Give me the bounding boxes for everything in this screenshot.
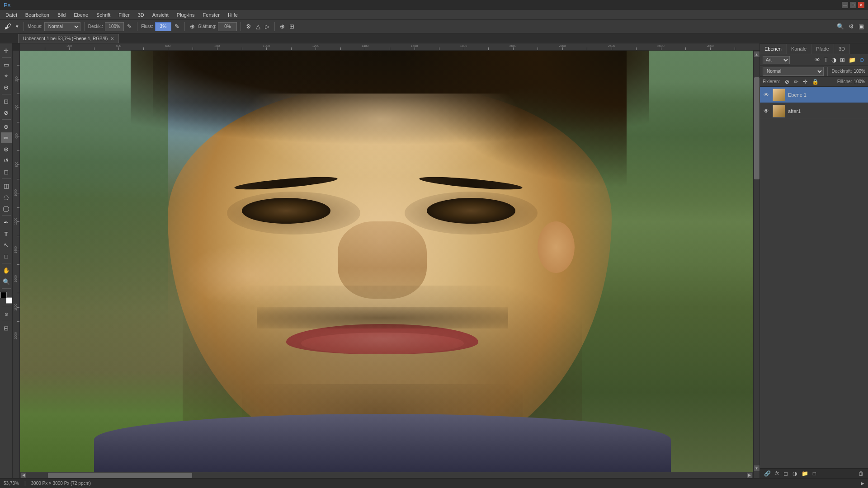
- blur-btn[interactable]: ◌: [1, 192, 12, 202]
- hand-btn[interactable]: ✋: [1, 265, 12, 276]
- lock-pixels-btn[interactable]: ✏: [793, 78, 800, 85]
- crop-btn[interactable]: ⊡: [1, 96, 12, 107]
- tool-preset-btn[interactable]: 🖌: [3, 22, 13, 32]
- angle-btn[interactable]: △: [255, 22, 262, 31]
- layer-thumbnail: [773, 89, 785, 101]
- layer-adjust-filter-btn[interactable]: ◑: [830, 56, 837, 64]
- flow-input[interactable]: [155, 22, 171, 31]
- rectangular-select-btn[interactable]: ▭: [1, 59, 12, 70]
- settings-btn[interactable]: ⚙: [245, 22, 253, 31]
- smoothing-input[interactable]: [218, 22, 237, 31]
- healing-btn[interactable]: ⊕: [1, 121, 12, 132]
- text-btn[interactable]: T: [1, 228, 12, 239]
- status-separator: |: [24, 481, 26, 486]
- menu-bearbeiten[interactable]: Bearbeiten: [22, 10, 53, 20]
- layer-visibility-filter-btn[interactable]: 👁: [814, 56, 821, 64]
- lock-transparent-btn[interactable]: ⊘: [783, 78, 791, 85]
- opacity-jitter-btn[interactable]: ✎: [126, 22, 133, 31]
- panel-toggle-btn[interactable]: ▣: [857, 22, 865, 31]
- menu-filter[interactable]: Filter: [115, 10, 133, 20]
- lasso-btn[interactable]: ⌖: [1, 70, 12, 81]
- vertical-scrollbar[interactable]: ▲ ▼: [753, 51, 760, 472]
- layer-color-filter-btn[interactable]: ⊙: [859, 56, 865, 64]
- layer-name: Ebene 1: [788, 92, 865, 98]
- background-color[interactable]: [6, 297, 12, 304]
- zoom-btn[interactable]: 🔍: [1, 276, 12, 287]
- symmetry-btn[interactable]: ⊕: [278, 22, 286, 31]
- gradient-btn[interactable]: ◫: [1, 180, 12, 191]
- menu-ebene[interactable]: Ebene: [70, 10, 92, 20]
- minimize-button[interactable]: —: [842, 2, 848, 8]
- menu-schrift[interactable]: Schrift: [93, 10, 114, 20]
- flow-jitter-btn[interactable]: ✎: [173, 22, 181, 31]
- delete-layer-btn[interactable]: 🗑: [857, 470, 865, 477]
- menu-bild[interactable]: Bild: [54, 10, 69, 20]
- add-mask-btn[interactable]: ◻: [782, 470, 789, 477]
- layer-group-filter-btn[interactable]: 📁: [848, 56, 857, 64]
- tab-close-btn[interactable]: ✕: [110, 36, 114, 41]
- path-select-btn[interactable]: ↖: [1, 239, 12, 250]
- shape-btn[interactable]: □: [1, 251, 12, 262]
- blend-mode-dropdown[interactable]: Normal: [763, 67, 824, 76]
- workspace-btn[interactable]: ⚙: [847, 22, 855, 31]
- link-layers-btn[interactable]: 🔗: [763, 470, 772, 477]
- canvas-area[interactable]: ▲ ▼ ◀ ▶: [20, 51, 760, 478]
- layer-item[interactable]: 👁 after1: [760, 103, 868, 119]
- move-tool-btn[interactable]: ✛: [1, 45, 12, 56]
- layer-visibility-toggle[interactable]: 👁: [763, 91, 770, 99]
- new-layer-btn[interactable]: □: [811, 470, 817, 477]
- add-adjustment-btn[interactable]: ◑: [791, 470, 798, 477]
- history-brush-btn[interactable]: ↺: [1, 155, 12, 166]
- document-tab[interactable]: Unbenannt-1 bei 53,7% (Ebene 1, RGB/8) ✕: [18, 34, 119, 43]
- tab-bar: Unbenannt-1 bei 53,7% (Ebene 1, RGB/8) ✕: [0, 33, 868, 43]
- lock-all-btn[interactable]: 🔒: [811, 78, 820, 85]
- tool-sep8: [2, 307, 11, 307]
- tool-sep7: [2, 288, 11, 289]
- opacity-value: 100%: [854, 69, 865, 74]
- window-controls[interactable]: — □ ✕: [842, 2, 864, 8]
- airbrush-btn[interactable]: ⊕: [189, 22, 196, 31]
- pressure-btn[interactable]: ▷: [264, 22, 271, 31]
- menu-plugins[interactable]: Plug-ins: [173, 10, 198, 20]
- document-info: 3000 Px × 3000 Px (72 ppcm): [31, 481, 91, 486]
- layer-kind-dropdown[interactable]: Art: [763, 56, 790, 64]
- layer-type-filter-btn[interactable]: T: [823, 56, 829, 64]
- maximize-button[interactable]: □: [850, 2, 856, 8]
- brush-picker-btn[interactable]: ▾: [14, 23, 20, 30]
- opacity-input[interactable]: [105, 22, 124, 31]
- layer-visibility-toggle[interactable]: 👁: [763, 108, 770, 115]
- clone-stamp-btn[interactable]: ⊗: [1, 144, 12, 155]
- lock-position-btn[interactable]: ✛: [802, 78, 809, 85]
- horizontal-scrollbar[interactable]: ◀ ▶: [20, 472, 753, 478]
- brush-btn[interactable]: ✏: [1, 132, 12, 143]
- panel-tab-3d[interactable]: 3D: [834, 44, 850, 54]
- color-picker[interactable]: [0, 292, 12, 304]
- panel-tab-ebenen[interactable]: Ebenen: [760, 44, 787, 54]
- new-group-btn[interactable]: 📁: [800, 470, 810, 477]
- search-btn[interactable]: 🔍: [835, 22, 845, 31]
- quick-select-btn[interactable]: ⊕: [1, 82, 12, 93]
- eraser-btn[interactable]: ◻: [1, 166, 12, 177]
- close-button[interactable]: ✕: [858, 2, 864, 8]
- layer-smart-filter-btn[interactable]: ⊞: [839, 56, 846, 64]
- panel-tab-kanaele[interactable]: Kanäle: [787, 44, 811, 54]
- blend-btn[interactable]: ⊞: [288, 22, 296, 31]
- pen-btn[interactable]: ✒: [1, 217, 12, 228]
- dodge-btn[interactable]: ◯: [1, 203, 12, 214]
- mode-dropdown[interactable]: Normal: [44, 22, 80, 31]
- layer-item[interactable]: 👁 Ebene 1: [760, 87, 868, 103]
- menu-datei[interactable]: Datei: [2, 10, 21, 20]
- eyedropper-btn[interactable]: ⊘: [1, 107, 12, 118]
- panel-tab-pfade[interactable]: Pfade: [811, 44, 834, 54]
- status-arrow-btn[interactable]: ▶: [861, 481, 864, 486]
- menu-hilfe[interactable]: Hilfe: [224, 10, 241, 20]
- menu-fenster[interactable]: Fenster: [199, 10, 223, 20]
- menu-ansicht[interactable]: Ansicht: [149, 10, 172, 20]
- add-layer-style-btn[interactable]: fx: [774, 470, 780, 476]
- menu-3d[interactable]: 3D: [134, 10, 148, 20]
- vertical-ruler: 200400600800100012001400160018002000: [13, 51, 20, 478]
- screen-mode-btn[interactable]: ⊟: [1, 323, 12, 333]
- sep4: [184, 22, 185, 31]
- horizontal-ruler: 2004006008001000120014001600180020002200…: [20, 43, 760, 51]
- quick-mask-btn[interactable]: ⊙: [1, 309, 12, 319]
